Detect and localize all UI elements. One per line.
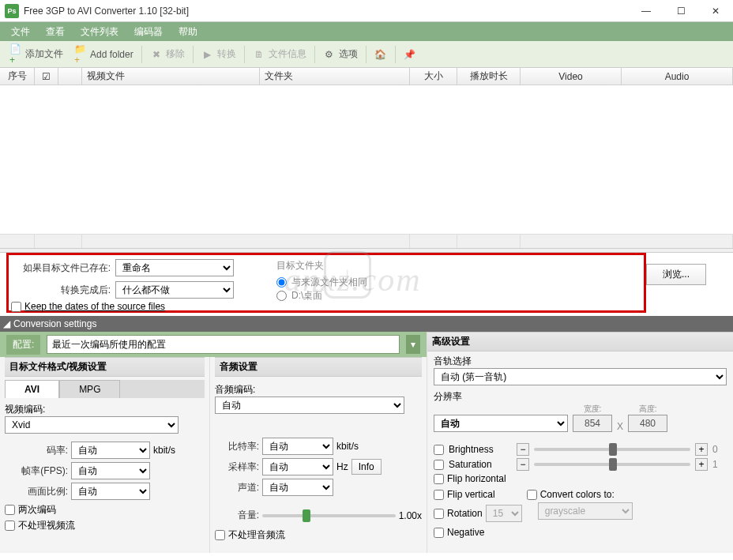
fps-label: 帧率(FPS): [5,464,68,478]
channels-select[interactable]: 自动 [262,479,333,496]
col-video[interactable]: Video [521,68,622,85]
track-select[interactable]: 自动 (第一音轨) [434,368,727,385]
col-folder[interactable]: 文件夹 [260,68,410,85]
window-title: Free 3GP to AVI Converter 1.10 [32-bit] [24,6,629,17]
toolbar-separator [141,46,142,63]
col-size[interactable]: 大小 [410,68,457,85]
home-button[interactable]: 🏠 [370,45,392,64]
col-index[interactable]: 序号 [0,68,35,85]
convert-colors-label: Convert colors to: [540,489,615,500]
flip-h-checkbox[interactable] [434,474,444,484]
tab-avi[interactable]: AVI [5,380,59,398]
options-button[interactable]: ⚙ 选项 [318,44,363,64]
add-files-button[interactable]: 📄+ 添加文件 [5,44,68,64]
file-table: 序号 ☑ 视频文件 文件夹 大小 播放时长 Video Audio [0,68,733,234]
saturation-slider[interactable] [534,463,690,466]
desktop-radio[interactable] [276,291,287,301]
flip-h-label: Flip horizontal [447,473,506,484]
toolbar-separator [193,46,194,63]
menu-help[interactable]: 帮助 [171,22,205,42]
col-checkbox[interactable]: ☑ [35,68,58,85]
convert-button[interactable]: ▶ 转换 [197,44,241,64]
aspect-select[interactable]: 自动 [71,483,150,500]
menu-filelist[interactable]: 文件列表 [73,22,126,42]
after-convert-label: 转换完成后: [8,284,111,297]
two-pass-checkbox[interactable] [5,505,15,515]
volume-label: 音量: [215,509,259,522]
close-button[interactable]: ✕ [698,0,733,22]
conversion-settings-header[interactable]: ◢ Conversion settings [0,316,733,332]
video-bitrate-select[interactable]: 自动 [71,442,150,459]
table-status-row [0,234,733,248]
col-audio[interactable]: Audio [622,68,733,85]
menubar: 文件 查看 文件列表 编码器 帮助 [0,22,733,41]
tab-mpg[interactable]: MPG [59,380,120,398]
info-button[interactable]: Info [351,459,382,475]
after-convert-select[interactable]: 什么都不做 [115,281,234,299]
saturation-checkbox[interactable] [434,460,444,470]
profile-select[interactable]: 最近一次编码所使用的配置 [47,335,400,354]
video-codec-label: 视频编码: [5,403,205,416]
resolution-label: 分辨率 [434,390,727,404]
width-input [573,415,612,432]
remove-label: 移除 [166,47,185,61]
negative-label: Negative [447,527,484,538]
toolbar-separator [244,46,245,63]
no-audio-checkbox[interactable] [215,530,225,540]
table-body[interactable] [0,85,733,234]
fileinfo-label: 文件信息 [269,47,306,61]
menu-file[interactable]: 文件 [3,22,38,42]
convert-colors-checkbox[interactable] [527,490,537,500]
menu-view[interactable]: 查看 [38,22,73,42]
output-panel: 如果目标文件已存在: 重命名 转换完成后: 什么都不做 目标文件夹 与来源文件夹… [0,253,733,316]
saturation-plus[interactable]: + [695,458,708,471]
saturation-label: Saturation [449,459,512,470]
col-empty[interactable] [58,68,82,85]
convert-colors-select: grayscale [538,502,633,520]
flip-v-checkbox[interactable] [434,490,444,500]
pin-icon: 📌 [404,48,416,61]
two-pass-label: 两次编码 [18,503,56,517]
brightness-minus[interactable]: − [517,443,529,456]
saturation-minus[interactable]: − [517,458,529,471]
video-codec-select[interactable]: Xvid [5,416,179,434]
if-exists-select[interactable]: 重命名 [115,259,234,276]
rotation-label: Rotation [447,508,483,519]
remove-button[interactable]: ✖ 移除 [145,44,190,64]
pin-button[interactable]: 📌 [399,45,421,64]
menu-encoder[interactable]: 编码器 [126,22,171,42]
fileinfo-button[interactable]: 🗎 文件信息 [248,44,311,64]
bitrate-unit: kbit/s [153,445,175,456]
brightness-checkbox[interactable] [434,445,444,455]
track-label: 音轨选择 [434,355,727,368]
col-duration[interactable]: 播放时长 [457,68,521,85]
same-source-radio[interactable] [276,277,287,288]
brightness-slider[interactable] [534,448,690,451]
volume-slider[interactable] [262,514,396,517]
browse-button[interactable]: 浏览... [646,264,706,285]
rotation-select: 15 [486,505,522,522]
minimize-button[interactable]: — [629,0,663,22]
maximize-button[interactable]: ☐ [663,0,698,22]
col-video-file[interactable]: 视频文件 [82,68,260,85]
negative-checkbox[interactable] [434,528,444,538]
rotation-checkbox[interactable] [434,509,444,519]
profile-dropdown-button[interactable]: ▾ [406,335,420,354]
audio-codec-label: 音频编码: [215,383,422,397]
sample-unit: Hz [336,461,348,472]
sample-select[interactable]: 自动 [262,458,333,475]
audio-section-title: 音频设置 [215,357,422,377]
brightness-value: 0 [712,444,727,455]
add-folder-button[interactable]: 📁+ Add folder [70,45,138,64]
keep-dates-checkbox[interactable] [11,302,21,312]
no-video-checkbox[interactable] [5,521,15,531]
audio-codec-select[interactable]: 自动 [215,397,404,414]
resolution-select[interactable]: 自动 [434,415,568,432]
toolbar-separator [395,46,396,63]
bitrate-label: 码率: [5,444,68,457]
brightness-plus[interactable]: + [695,443,708,456]
audio-bitrate-select[interactable]: 自动 [262,438,333,455]
fps-select[interactable]: 自动 [71,462,150,479]
conversion-settings-body: 配置: 最近一次编码所使用的配置 ▾ 目标文件格式/视频设置 AVI MPG 视… [0,332,733,553]
add-file-icon: 📄+ [9,48,22,61]
